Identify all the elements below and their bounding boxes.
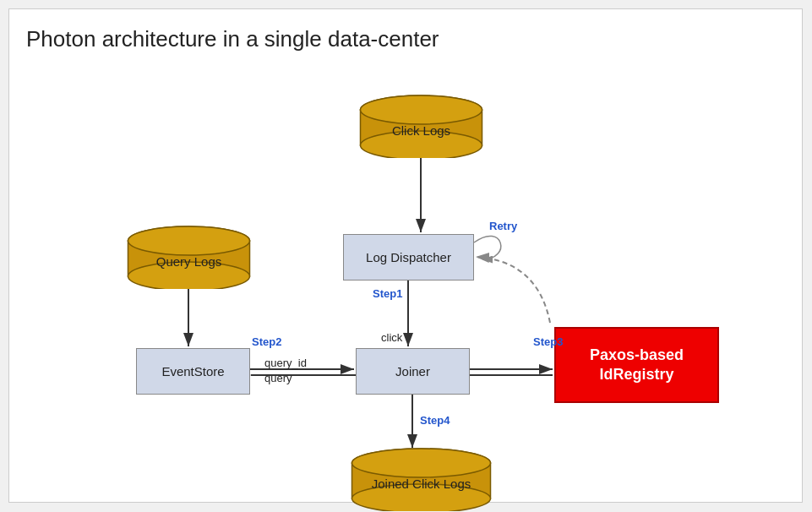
step4-label: Step4 — [420, 414, 450, 427]
click-logs-label: Click Logs — [392, 123, 450, 138]
query-label: query — [264, 372, 292, 384]
diagram: Click Logs Query Logs Log Dispatcher Eve… — [26, 78, 785, 492]
query-logs-label: Query Logs — [156, 254, 222, 269]
joiner-node: Joiner — [356, 348, 470, 395]
svg-point-18 — [128, 226, 250, 255]
step1-label: Step1 — [373, 287, 402, 300]
log-dispatcher-node: Log Dispatcher — [343, 234, 474, 281]
query-logs-node: Query Logs — [123, 226, 254, 289]
svg-point-22 — [352, 449, 491, 477]
step2-label: Step2 — [252, 335, 281, 348]
click-logs-node: Click Logs — [356, 95, 487, 158]
joined-click-logs-label: Joined Click Logs — [372, 477, 471, 491]
query-id-label: query_id — [264, 357, 307, 369]
log-dispatcher-label: Log Dispatcher — [366, 250, 451, 264]
retry-label: Retry — [489, 220, 517, 232]
step3-label: Step3 — [533, 335, 563, 348]
click-label: click — [381, 331, 402, 344]
paxos-label: Paxos-based IdRegistry — [590, 346, 684, 385]
slide: Photon architecture in a single data-cen… — [8, 8, 803, 503]
paxos-node: Paxos-based IdRegistry — [554, 327, 719, 403]
event-store-node: EventStore — [136, 348, 250, 395]
event-store-label: EventStore — [161, 364, 224, 379]
page-title: Photon architecture in a single data-cen… — [26, 26, 785, 52]
joined-click-logs-node: Joined Click Logs — [347, 448, 495, 511]
joiner-label: Joiner — [395, 364, 430, 379]
svg-point-14 — [361, 95, 482, 124]
